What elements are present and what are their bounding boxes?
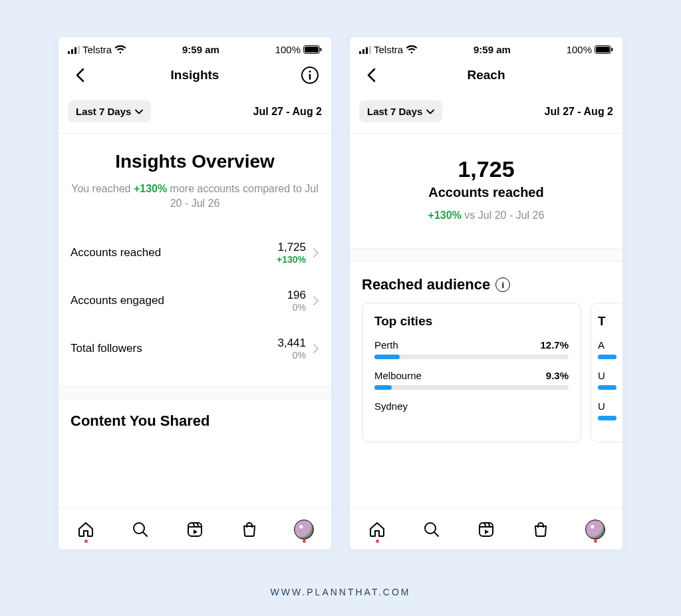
- audience-cards[interactable]: Top cities Perth12.7%Melbourne9.3%Sydney…: [350, 303, 622, 442]
- tab-shop[interactable]: [526, 515, 555, 544]
- page-title: Insights: [92, 68, 298, 82]
- bar-track: [598, 385, 616, 390]
- info-button[interactable]: [298, 63, 322, 87]
- chevron-right-icon: [313, 247, 319, 258]
- battery-icon: [303, 45, 322, 54]
- footer-url: WWW.PLANNTHAT.COM: [0, 587, 681, 597]
- svg-rect-13: [362, 49, 364, 54]
- carrier-label: Telstra: [82, 44, 112, 55]
- home-icon: [76, 520, 95, 539]
- wifi-icon: [114, 45, 126, 54]
- svg-rect-0: [68, 51, 70, 54]
- svg-rect-2: [74, 47, 76, 54]
- phone-insights: Telstra 9:59 am 100% Insights: [59, 37, 331, 549]
- svg-rect-5: [305, 47, 319, 53]
- stat-row[interactable]: Accounts reached1,725+130%: [70, 229, 319, 277]
- battery-icon: [595, 45, 613, 54]
- card-title: T: [598, 314, 622, 329]
- compare-text: +130% vs Jul 20 - Jul 26: [362, 210, 611, 222]
- tab-reels[interactable]: [472, 515, 501, 544]
- shop-icon: [240, 520, 259, 539]
- chevron-left-icon: [366, 68, 376, 82]
- overview-subtext: You reached +130% more accounts compared…: [70, 182, 319, 212]
- stat-row[interactable]: Total followers3,4410%: [70, 325, 319, 373]
- reels-icon: [477, 520, 495, 539]
- chevron-left-icon: [74, 68, 85, 82]
- chevron-right-icon: [313, 343, 319, 354]
- date-range-display: Jul 27 - Aug 2: [545, 106, 613, 118]
- search-icon: [422, 520, 441, 539]
- city-name: Perth: [374, 339, 398, 351]
- card-title: Top cities: [374, 314, 569, 329]
- stat-label: Total followers: [70, 342, 277, 355]
- accounts-reached-label: Accounts reached: [362, 185, 611, 200]
- tab-bar: [59, 508, 331, 549]
- peek-row: U: [598, 400, 622, 420]
- svg-point-8: [309, 71, 311, 73]
- notification-dot: [303, 539, 306, 543]
- svg-rect-14: [366, 47, 368, 54]
- tab-search[interactable]: [126, 515, 155, 544]
- bar-track: [598, 355, 616, 359]
- svg-rect-3: [78, 46, 80, 54]
- stat-delta: 0%: [277, 350, 306, 361]
- city-bar-row: Sydney: [374, 400, 569, 412]
- chevron-down-icon: [426, 109, 434, 114]
- city-bar-row: Melbourne9.3%: [374, 370, 569, 390]
- tab-profile[interactable]: [289, 515, 319, 544]
- city-percent: 12.7%: [540, 339, 569, 351]
- main-scroll[interactable]: 1,725 Accounts reached +130% vs Jul 20 -…: [350, 134, 622, 508]
- filter-bar: Last 7 Days Jul 27 - Aug 2: [59, 94, 331, 134]
- stat-row[interactable]: Accounts engaged1960%: [70, 277, 319, 325]
- city-name: Sydney: [374, 400, 408, 412]
- bar-fill: [374, 385, 392, 390]
- chevron-down-icon: [135, 109, 143, 114]
- peek-row: A: [598, 339, 622, 359]
- wifi-icon: [406, 45, 418, 54]
- status-bar: Telstra 9:59 am 100%: [350, 37, 622, 59]
- date-range-select[interactable]: Last 7 Days: [359, 100, 442, 122]
- shop-icon: [531, 520, 550, 539]
- search-icon: [131, 520, 150, 539]
- svg-rect-9: [309, 74, 311, 80]
- svg-rect-1: [71, 49, 73, 54]
- tab-profile[interactable]: [581, 515, 610, 544]
- tab-reels[interactable]: [180, 515, 209, 544]
- tab-search[interactable]: [417, 515, 446, 544]
- bar-fill: [374, 355, 400, 359]
- battery-percent: 100%: [567, 44, 592, 55]
- avatar: [585, 520, 605, 539]
- clock: 9:59 am: [182, 44, 219, 55]
- info-icon[interactable]: i: [495, 277, 510, 292]
- notification-dot: [84, 539, 88, 543]
- status-bar: Telstra 9:59 am 100%: [59, 37, 331, 59]
- top-cities-card: Top cities Perth12.7%Melbourne9.3%Sydney: [362, 303, 581, 442]
- carrier-label: Telstra: [374, 44, 403, 55]
- filter-label: Last 7 Days: [367, 106, 422, 117]
- reels-icon: [186, 520, 204, 539]
- bar-fill: [598, 385, 616, 390]
- bar-track: [374, 385, 569, 390]
- next-card-peek: T AUU: [591, 303, 622, 442]
- tab-bar: [350, 508, 622, 549]
- content-shared-heading: Content You Shared: [59, 399, 331, 430]
- svg-rect-20: [479, 523, 493, 536]
- svg-rect-17: [596, 47, 610, 53]
- nav-header: Insights: [59, 59, 331, 94]
- stat-delta: +130%: [277, 254, 306, 265]
- back-button[interactable]: [68, 63, 92, 87]
- stat-label: Accounts reached: [70, 246, 277, 259]
- chevron-right-icon: [313, 295, 319, 306]
- notification-dot: [376, 539, 379, 543]
- svg-rect-15: [369, 46, 371, 54]
- tab-home[interactable]: [362, 515, 392, 544]
- back-button[interactable]: [359, 63, 383, 87]
- tab-home[interactable]: [71, 515, 100, 544]
- city-bar-row: Perth12.7%: [374, 339, 569, 359]
- nav-header: Reach: [350, 59, 622, 94]
- filter-bar: Last 7 Days Jul 27 - Aug 2: [350, 94, 622, 134]
- info-icon: [301, 66, 319, 84]
- date-range-select[interactable]: Last 7 Days: [68, 100, 151, 122]
- main-scroll[interactable]: Insights Overview You reached +130% more…: [59, 134, 331, 508]
- tab-shop[interactable]: [235, 515, 264, 544]
